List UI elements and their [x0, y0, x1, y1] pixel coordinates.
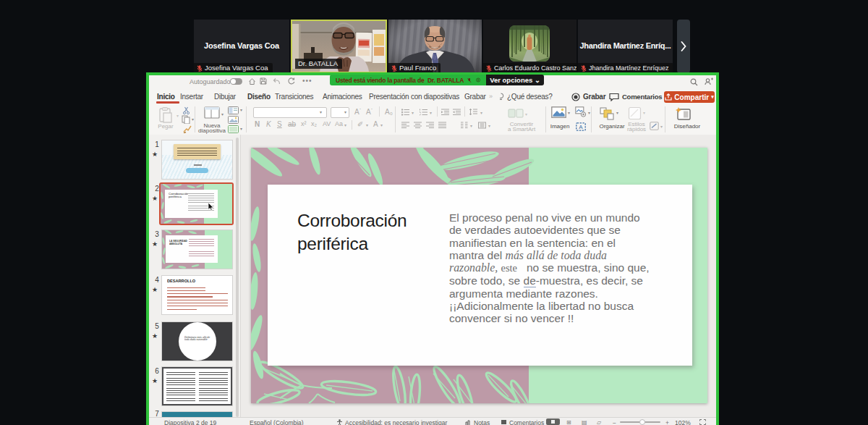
svg-text:A: A	[579, 124, 583, 130]
